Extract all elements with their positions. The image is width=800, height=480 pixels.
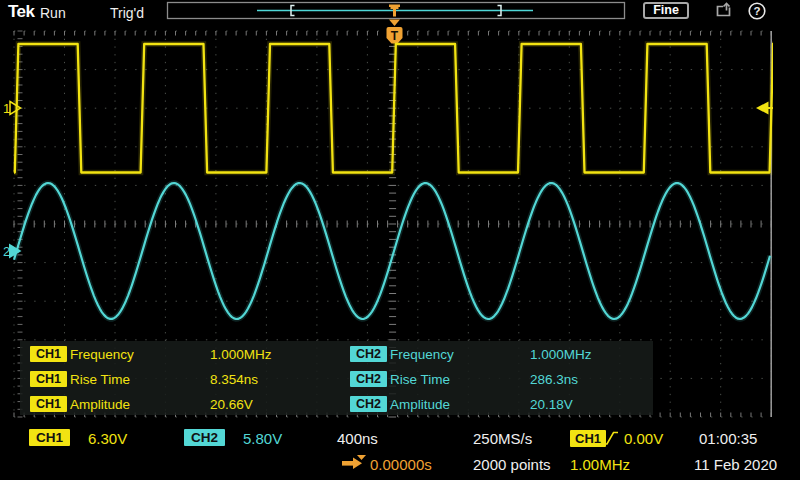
ch1-marker-label: 1 [3,101,10,116]
ch1-measure-label: Frequency [70,347,134,362]
ch2-measure-badge: CH2 [350,371,387,387]
record-view-bar[interactable] [168,3,625,19]
horizontal-position-icon [340,454,367,471]
help-icon-glyph: ? [753,5,760,17]
trigger-slope-icon [602,430,620,447]
ch2-measure-label: Rise Time [390,372,450,387]
trigger-level-readout: 0.00V [624,430,663,447]
ch2-measure-badge: CH2 [350,346,387,362]
ch1-measure-label: Amplitude [70,397,130,412]
save-export-icon[interactable] [714,1,738,21]
trigger-position-marker[interactable]: T [387,20,403,44]
ch1-scale-badge: CH1 [29,429,70,446]
ch1-scale-readout: 6.30V [88,430,127,447]
horizontal-position-readout: 0.00000s [370,456,432,473]
clock-time: 01:00:35 [699,430,757,447]
measurements-panel: CH1 Frequency 1.000MHz CH1 Rise Time 8.3… [20,341,653,415]
timebase-readout: 400ns [337,430,378,447]
trigger-level-arrow-icon [756,102,769,115]
ch2-scale-badge: CH2 [184,429,225,446]
trigger-shield-letter: T [391,29,399,43]
sample-rate-readout: 250MS/s [473,430,532,447]
ch2-measure-badge: CH2 [350,396,387,412]
ch2-measure-value: 1.000MHz [530,347,592,362]
ch1-measure-badge: CH1 [30,396,67,412]
ch2-measure-value: 20.18V [530,397,573,412]
ch1-measure-label: Rise Time [70,372,130,387]
help-icon[interactable]: ? [747,1,769,22]
date-readout: 11 Feb 2020 [694,456,777,473]
ch2-measure-value: 286.3ns [530,372,578,387]
trigger-source-badge: CH1 [570,430,606,447]
ch2-measure-label: Frequency [390,347,454,362]
tek-logo: Tek [8,2,35,22]
record-length-readout: 2000 points [473,456,551,473]
oscilloscope-screen: T 1 2 Tek Run Trig'd Fine [0,0,800,480]
ch1-measure-value: 8.354ns [210,372,258,387]
trigger-frequency-readout: 1.00MHz [570,456,630,473]
trigger-status: Trig'd [110,5,144,21]
ch1-measure-badge: CH1 [30,371,67,387]
ch1-measure-value: 20.66V [210,397,253,412]
acquisition-status: Run [40,5,66,21]
ch2-scale-readout: 5.80V [243,430,282,447]
ch1-measure-value: 1.000MHz [210,347,272,362]
trigger-down-arrow-icon [389,20,400,27]
ch2-measure-label: Amplitude [390,397,450,412]
ch1-measure-badge: CH1 [30,346,67,362]
fine-button[interactable]: Fine [643,2,689,19]
